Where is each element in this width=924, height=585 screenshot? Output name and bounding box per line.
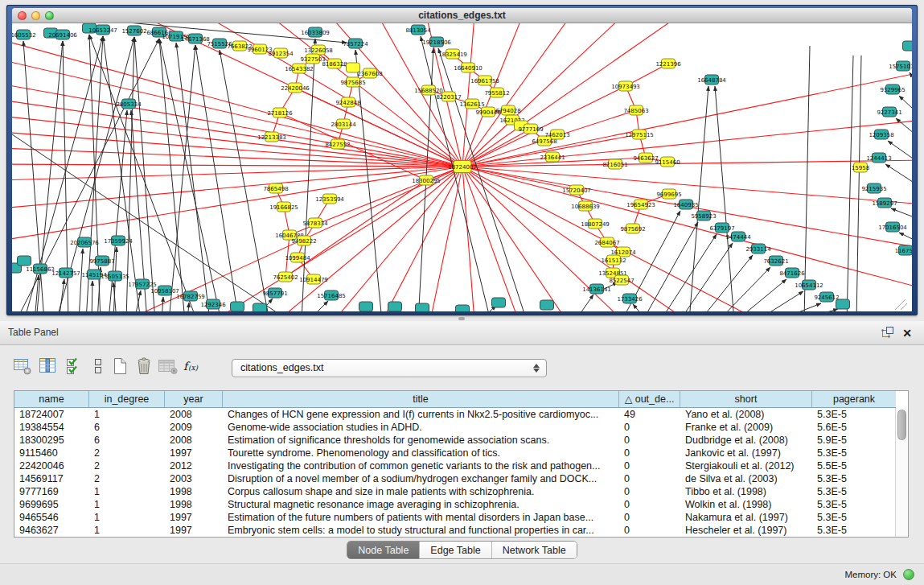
network-node[interactable]: 15716485	[317, 290, 346, 300]
table-cell[interactable]: 19384554	[14, 421, 89, 434]
network-edge[interactable]	[847, 56, 853, 311]
network-node[interactable]	[492, 298, 506, 307]
network-node[interactable]: 1605532	[12, 30, 36, 39]
network-edge[interactable]	[891, 208, 912, 223]
network-node[interactable]: 7857224	[343, 39, 368, 48]
network-edge[interactable]	[462, 23, 571, 167]
close-panel-icon[interactable]: ✕	[900, 326, 914, 340]
table-cell[interactable]: 2008	[165, 408, 223, 421]
network-edge[interactable]	[12, 116, 462, 167]
network-node[interactable]: 16961758	[470, 76, 499, 85]
table-cell[interactable]: 5.3E-5	[812, 472, 896, 485]
network-node[interactable]: 9227341	[877, 107, 901, 117]
network-edge[interactable]	[355, 50, 382, 311]
column-header[interactable]: year	[165, 391, 223, 408]
table-cell[interactable]: 0	[619, 421, 680, 434]
network-edge[interactable]	[910, 72, 912, 102]
network-node[interactable]: 9498222	[291, 236, 316, 245]
table-cell[interactable]: 9699695	[14, 498, 89, 511]
resize-grip-icon[interactable]	[895, 299, 907, 310]
splitter-handle[interactable]	[458, 317, 465, 320]
network-node[interactable]: 12142757	[51, 268, 80, 278]
network-node[interactable]: 19166825	[269, 202, 298, 212]
network-edge[interactable]	[633, 304, 647, 311]
table-cell[interactable]: 18724007	[14, 408, 89, 421]
network-canvas[interactable]: 1605532206914061065324715276026866160107…	[12, 23, 912, 311]
network-node[interactable]: 7625402	[273, 272, 298, 282]
table-row[interactable]: 946362711997Embryonic stem cells: a mode…	[14, 524, 896, 537]
network-node[interactable]: 9242848	[335, 97, 360, 107]
network-window-titlebar[interactable]: citations_edges.txt	[12, 8, 912, 23]
network-node[interactable]	[836, 299, 850, 309]
table-cell[interactable]: 2	[89, 447, 165, 459]
network-edge[interactable]	[169, 45, 195, 311]
network-edge[interactable]	[141, 23, 462, 167]
network-node[interactable]: 9474444	[725, 232, 751, 241]
network-node[interactable]: 8813054	[405, 25, 431, 35]
table-row[interactable]: 1456911722003Disruption of a novel membe…	[14, 472, 896, 485]
table-cell[interactable]: 22420046	[14, 459, 89, 472]
network-edge[interactable]	[187, 303, 189, 311]
network-node[interactable]: 14671368	[181, 34, 210, 43]
function-builder-icon[interactable]: f (x)	[180, 355, 207, 379]
network-node[interactable]: 16648784	[697, 75, 726, 84]
network-node[interactable]: 8216051	[602, 159, 627, 169]
table-cell[interactable]: Disruption of a novel member of a sodium…	[223, 472, 619, 485]
network-node[interactable]: 17359924	[104, 236, 133, 245]
table-cell[interactable]: 5.3E-5	[812, 511, 896, 524]
window-zoom-button[interactable]	[45, 11, 54, 20]
table-cell[interactable]: Genome-wide association studies in ADHD.	[223, 421, 619, 434]
table-cell[interactable]: 2003	[165, 472, 223, 485]
network-node[interactable]	[903, 41, 913, 51]
table-row[interactable]: 911546021997Tourette syndrome. Phenomeno…	[14, 447, 896, 459]
network-node[interactable]: 9329965	[880, 84, 905, 94]
float-window-icon[interactable]	[881, 326, 895, 340]
network-edge[interactable]	[756, 291, 803, 311]
table-cell[interactable]: Investigating the contribution of common…	[223, 459, 619, 472]
network-node[interactable]: 2367608	[357, 68, 382, 78]
network-node[interactable]: 19654923	[626, 200, 655, 209]
table-cell[interactable]: 5.6E-5	[812, 421, 896, 434]
network-node[interactable]: 7865498	[263, 183, 288, 193]
table-cell[interactable]: 2	[89, 472, 165, 485]
network-node[interactable]	[18, 256, 31, 266]
network-node[interactable]: 1209358	[869, 130, 893, 139]
tab-edge-table[interactable]: Edge Table	[419, 542, 491, 558]
table-cell[interactable]: 2	[89, 459, 165, 472]
network-edge[interactable]	[134, 37, 155, 311]
column-header[interactable]: pagerank	[812, 391, 896, 408]
network-node[interactable]: 116753	[895, 245, 912, 255]
network-node[interactable]: 10688639	[571, 201, 600, 211]
table-cell[interactable]: Structural magnetic resonance image aver…	[223, 498, 619, 511]
network-edge[interactable]	[302, 39, 315, 311]
network-node[interactable]: 8522547	[609, 275, 634, 285]
network-edge[interactable]	[176, 43, 210, 311]
network-node[interactable]: 9215935	[861, 183, 886, 193]
network-node[interactable]: 8186328	[322, 59, 347, 68]
network-node[interactable]: 1733426	[617, 294, 643, 303]
table-scrollbar[interactable]	[895, 408, 908, 537]
network-node[interactable]	[416, 303, 429, 311]
network-edge[interactable]	[462, 23, 474, 167]
table-cell[interactable]: Embryonic stem cells: a model to study s…	[223, 524, 619, 537]
network-node[interactable]: 10654112	[795, 280, 823, 290]
network-node[interactable]: 15751074	[889, 61, 912, 71]
table-row[interactable]: 1872400712008Changes of HCN gene express…	[14, 408, 896, 421]
network-node[interactable]: 9245612	[814, 292, 839, 302]
network-edge[interactable]	[680, 243, 733, 311]
table-cell[interactable]: 9465546	[14, 511, 89, 524]
table-cell[interactable]: 9463627	[14, 524, 89, 537]
network-edge[interactable]	[462, 167, 519, 311]
network-edge[interactable]	[462, 167, 567, 311]
network-node[interactable]: 7485063	[623, 105, 648, 115]
column-header[interactable]: title	[223, 391, 619, 408]
network-node[interactable]: 13505135	[101, 271, 129, 281]
network-node[interactable]: 1615132	[601, 255, 626, 265]
network-node[interactable]: 6794028	[495, 105, 520, 115]
table-cell[interactable]: 5.3E-5	[812, 524, 896, 537]
column-header[interactable]: name	[14, 391, 89, 408]
network-node[interactable]: 18807249	[581, 219, 610, 229]
network-node[interactable]: 18325419	[438, 49, 467, 59]
network-node[interactable]: 8471626	[779, 268, 805, 278]
table-cell[interactable]: 5.9E-5	[812, 434, 896, 447]
